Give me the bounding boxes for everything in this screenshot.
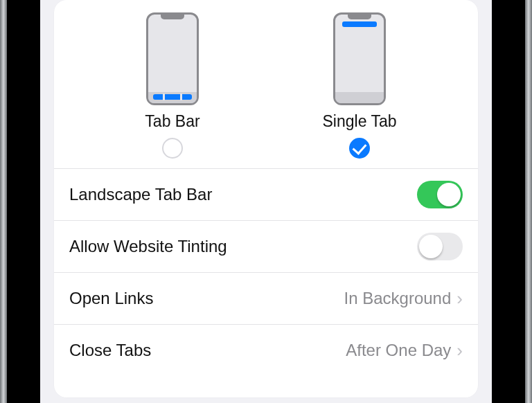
row-landscape-tab-bar[interactable]: Landscape Tab Bar bbox=[54, 168, 478, 220]
screen: Tab Bar Single Tab Landscape Tab Bar bbox=[40, 0, 492, 403]
bezel-silver-left bbox=[0, 0, 7, 403]
option-single-tab-label: Single Tab bbox=[323, 112, 397, 131]
topbar-pill-icon bbox=[342, 21, 377, 27]
landscape-tab-bar-toggle[interactable] bbox=[417, 181, 463, 208]
row-open-links[interactable]: Open Links In Background › bbox=[54, 272, 478, 324]
row-allow-website-tinting[interactable]: Allow Website Tinting bbox=[54, 220, 478, 272]
toggle-knob-icon bbox=[437, 183, 461, 206]
toggle-knob-icon bbox=[419, 235, 443, 258]
notch-icon bbox=[161, 15, 184, 19]
bezel-silver-right bbox=[525, 0, 532, 403]
row-landscape-tab-bar-label: Landscape Tab Bar bbox=[69, 185, 212, 204]
row-close-tabs-value: After One Day bbox=[346, 341, 451, 360]
row-allow-website-tinting-label: Allow Website Tinting bbox=[69, 237, 227, 256]
option-tab-bar[interactable]: Tab Bar bbox=[117, 12, 228, 159]
row-open-links-value-group: In Background › bbox=[344, 289, 463, 308]
bezel-black-left bbox=[7, 0, 40, 403]
phone-mock-tab-bar bbox=[146, 12, 199, 105]
tab-layout-picker: Tab Bar Single Tab bbox=[54, 0, 478, 168]
row-close-tabs-value-group: After One Day › bbox=[346, 341, 463, 360]
row-close-tabs-label: Close Tabs bbox=[69, 341, 151, 360]
row-open-links-label: Open Links bbox=[69, 289, 153, 308]
bezel-black-right bbox=[492, 0, 525, 403]
phone-mock-single-tab bbox=[333, 12, 386, 105]
settings-card: Tab Bar Single Tab Landscape Tab Bar bbox=[54, 0, 478, 397]
option-tab-bar-label: Tab Bar bbox=[145, 112, 200, 131]
device-frame: Tab Bar Single Tab Landscape Tab Bar bbox=[0, 0, 532, 403]
allow-website-tinting-toggle[interactable] bbox=[417, 233, 463, 260]
row-open-links-value: In Background bbox=[344, 289, 452, 308]
option-single-tab-radio[interactable] bbox=[349, 138, 370, 159]
notch-icon bbox=[348, 15, 371, 19]
chevron-right-icon: › bbox=[456, 289, 463, 307]
option-single-tab[interactable]: Single Tab bbox=[304, 12, 415, 159]
tabbar-pill-icon bbox=[153, 94, 192, 100]
bottom-bar-icon bbox=[335, 92, 384, 103]
row-close-tabs[interactable]: Close Tabs After One Day › bbox=[54, 324, 478, 376]
chevron-right-icon: › bbox=[456, 341, 463, 359]
option-tab-bar-radio[interactable] bbox=[162, 138, 183, 159]
